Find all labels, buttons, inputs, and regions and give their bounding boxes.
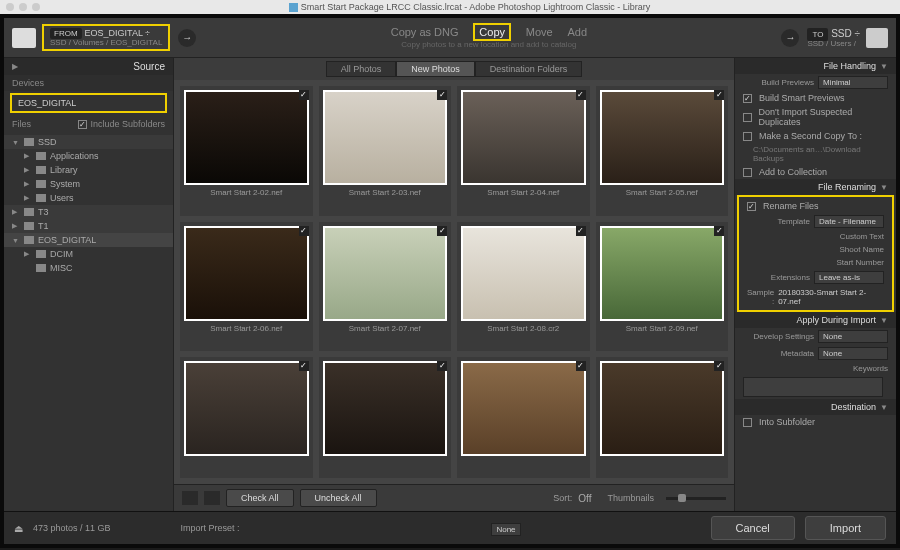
thumbnail[interactable]: ✓ <box>180 357 313 478</box>
sort-value[interactable]: Off <box>578 493 591 504</box>
eject-icon[interactable]: ⏏ <box>14 523 23 534</box>
grid-view-icon[interactable] <box>182 491 198 505</box>
folder-tree[interactable]: ▼SSD▶Applications▶Library▶System▶Users▶T… <box>4 133 173 511</box>
tree-item[interactable]: ▶DCIM <box>4 247 173 261</box>
to-destination[interactable]: TO SSD ÷ SSD / Users / <box>807 28 888 48</box>
action-add[interactable]: Add <box>567 26 587 38</box>
thumbnail-grid[interactable]: ✓Smart Start 2-02.nef✓Smart Start 2-03.n… <box>174 80 734 484</box>
tree-item[interactable]: ▶Applications <box>4 149 173 163</box>
import-preset-label: Import Preset : <box>181 523 240 533</box>
build-previews-select[interactable]: Minimal <box>818 76 888 89</box>
device-selected[interactable]: EOS_DIGITAL <box>10 93 167 113</box>
custom-text-label: Custom Text <box>747 232 884 241</box>
metadata-select[interactable]: None <box>818 347 888 360</box>
dont-import-duplicates[interactable]: Don't Import Suspected Duplicates <box>735 105 896 129</box>
thumbnail[interactable]: ✓ <box>457 357 590 478</box>
develop-settings-label: Develop Settings <box>743 332 814 341</box>
file-renaming-header[interactable]: File Renaming▼ <box>735 179 896 195</box>
thumbnail[interactable]: ✓Smart Start 2-07.nef <box>319 222 452 352</box>
tree-item[interactable]: ▶Users <box>4 191 173 205</box>
import-button[interactable]: Import <box>805 516 886 540</box>
tree-item[interactable]: ▼EOS_DIGITAL <box>4 233 173 247</box>
tree-item[interactable]: ▶System <box>4 177 173 191</box>
shoot-name-label: Shoot Name <box>747 245 884 254</box>
tree-item[interactable]: ▶T3 <box>4 205 173 219</box>
from-source[interactable]: FROMEOS_DIGITAL ÷ SSD / Volumes / EOS_DI… <box>42 24 170 51</box>
build-smart-previews[interactable]: Build Smart Previews <box>735 91 896 105</box>
tree-item[interactable]: ▶T1 <box>4 219 173 233</box>
thumbnail[interactable]: ✓Smart Start 2-09.nef <box>596 222 729 352</box>
import-count: 473 photos / 11 GB <box>33 523 111 533</box>
file-handling-header[interactable]: File Handling▼ <box>735 58 896 74</box>
import-preset-select[interactable]: None <box>491 523 520 536</box>
thumbnail[interactable]: ✓Smart Start 2-02.nef <box>180 86 313 216</box>
template-label: Template <box>747 217 810 226</box>
rename-files[interactable]: Rename Files <box>739 199 892 213</box>
make-second-copy[interactable]: Make a Second Copy To : <box>735 129 896 143</box>
tab-new-photos[interactable]: New Photos <box>396 61 475 77</box>
sample-label: Sample : <box>747 288 774 306</box>
window-close[interactable] <box>6 3 14 11</box>
thumbnail-size-slider[interactable] <box>666 497 726 500</box>
action-copy[interactable]: Copy <box>473 23 511 41</box>
second-copy-path: C:\Documents an…\Download Backups <box>735 143 896 165</box>
source-card-icon <box>12 28 36 48</box>
check-all-button[interactable]: Check All <box>226 489 294 507</box>
build-previews-label: Build Previews <box>743 78 814 87</box>
metadata-label: Metadata <box>743 349 814 358</box>
extensions-label: Extensions <box>747 273 810 282</box>
thumbnail[interactable]: ✓Smart Start 2-03.nef <box>319 86 452 216</box>
sample-value: 20180330-Smart Start 2-07.nef <box>778 288 884 306</box>
arrow-right-icon[interactable]: → <box>178 29 196 47</box>
thumbnail[interactable]: ✓Smart Start 2-04.nef <box>457 86 590 216</box>
tree-item[interactable]: ▼SSD <box>4 135 173 149</box>
thumbnail[interactable]: ✓ <box>319 357 452 478</box>
thumbnail[interactable]: ✓Smart Start 2-06.nef <box>180 222 313 352</box>
window-max[interactable] <box>32 3 40 11</box>
into-subfolder[interactable]: Into Subfolder <box>735 415 896 429</box>
include-subfolders[interactable]: Include Subfolders <box>78 119 165 129</box>
tree-item[interactable]: ▶Library <box>4 163 173 177</box>
destination-header[interactable]: Destination▼ <box>735 399 896 415</box>
disk-icon <box>866 28 888 48</box>
thumbnail[interactable]: ✓Smart Start 2-08.cr2 <box>457 222 590 352</box>
keywords-label: Keywords <box>743 364 888 373</box>
thumbnail[interactable]: ✓Smart Start 2-05.nef <box>596 86 729 216</box>
cancel-button[interactable]: Cancel <box>711 516 795 540</box>
source-panel-header[interactable]: ▶Source <box>4 58 173 75</box>
devices-label: Devices <box>4 75 173 91</box>
action-move[interactable]: Move <box>526 26 553 38</box>
tab-all-photos[interactable]: All Photos <box>326 61 397 77</box>
start-number-label: Start Number <box>747 258 884 267</box>
add-to-collection[interactable]: Add to Collection <box>735 165 896 179</box>
keywords-input[interactable] <box>743 377 883 397</box>
action-copy-dng[interactable]: Copy as DNG <box>391 26 459 38</box>
window-min[interactable] <box>19 3 27 11</box>
thumbnails-label: Thumbnails <box>607 493 654 503</box>
thumbnail[interactable]: ✓ <box>596 357 729 478</box>
tab-destination-folders[interactable]: Destination Folders <box>475 61 583 77</box>
develop-settings-select[interactable]: None <box>818 330 888 343</box>
files-label: Files <box>12 119 31 129</box>
template-select[interactable]: Date - Filename <box>814 215 884 228</box>
loupe-view-icon[interactable] <box>204 491 220 505</box>
apply-during-import-header[interactable]: Apply During Import▼ <box>735 312 896 328</box>
extensions-select[interactable]: Leave as-is <box>814 271 884 284</box>
tree-item[interactable]: MISC <box>4 261 173 275</box>
arrow-right-icon[interactable]: → <box>781 29 799 47</box>
window-title: Smart Start Package LRCC Classic.lrcat -… <box>45 2 894 12</box>
uncheck-all-button[interactable]: Uncheck All <box>300 489 377 507</box>
sort-label: Sort: <box>553 493 572 503</box>
action-subtitle: Copy photos to a new location and add to… <box>204 40 773 49</box>
